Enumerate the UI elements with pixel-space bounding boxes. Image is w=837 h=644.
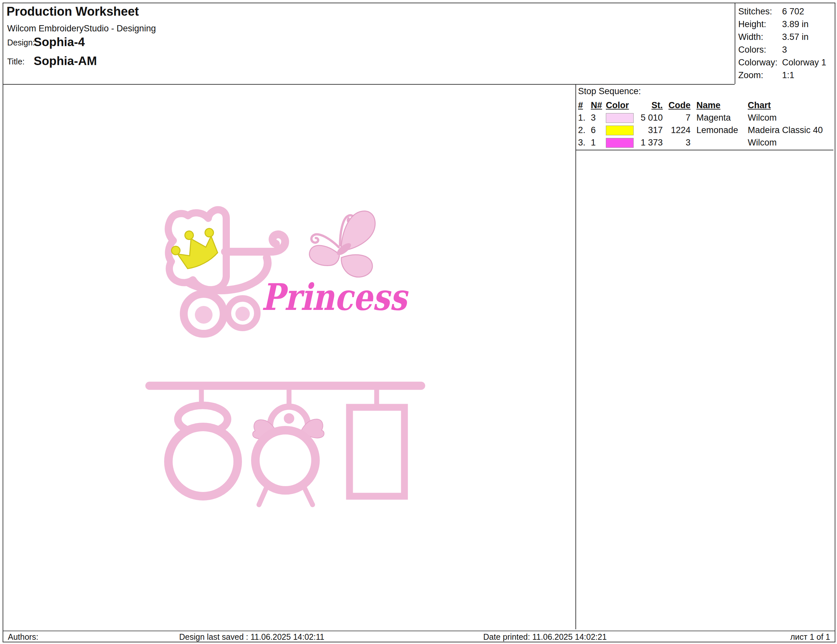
embroidery-design-canvas: Princess xyxy=(0,0,837,644)
carriage-handle xyxy=(225,234,285,252)
right-wheel-hub xyxy=(235,306,250,321)
butterfly-graphic xyxy=(309,211,375,277)
rect-frame-graphic xyxy=(350,407,404,496)
ring-frame-graphic xyxy=(168,405,238,496)
clock-frame-graphic xyxy=(253,407,324,505)
left-wheel-hub xyxy=(195,306,213,324)
princess-text: Princess xyxy=(261,275,409,318)
